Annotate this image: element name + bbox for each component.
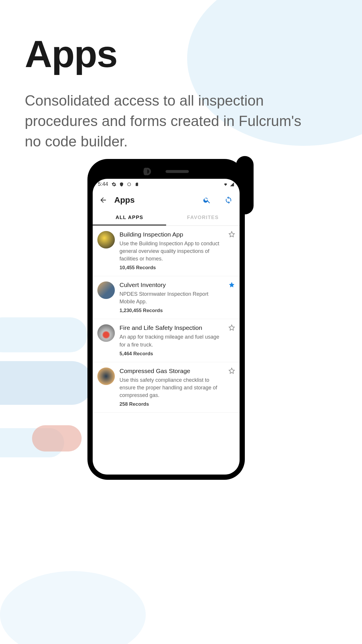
app-name: Fire and Life Safety Inspection <box>120 324 224 331</box>
app-description: Use this safety compliance checklist to … <box>120 376 224 399</box>
search-button[interactable] <box>202 195 212 205</box>
signal-icon <box>230 182 234 187</box>
phone-mockup: 5:44 <box>87 159 245 480</box>
star-filled-icon[interactable] <box>229 281 235 288</box>
app-description: Use the Building Inspection App to condu… <box>120 240 224 262</box>
app-avatar <box>97 231 115 249</box>
phone-sensor-icon <box>144 168 147 175</box>
app-description: An app for tracking mileage and fuel usa… <box>120 333 224 348</box>
star-outline-icon[interactable] <box>229 368 235 374</box>
wifi-icon <box>223 182 228 187</box>
app-header: Apps <box>93 190 240 210</box>
bg-decoration <box>32 425 82 452</box>
screen-title: Apps <box>114 195 195 205</box>
gear-icon <box>112 182 116 187</box>
status-time: 5:44 <box>98 181 108 187</box>
app-avatar <box>97 368 115 385</box>
app-records-count: 5,464 Records <box>120 351 224 357</box>
shield-icon <box>119 182 124 187</box>
app-name: Compressed Gas Storage <box>120 368 224 374</box>
bg-decoration <box>0 317 87 352</box>
app-records-count: 10,455 Records <box>120 265 224 271</box>
tab-all-apps[interactable]: ALL APPS <box>93 210 166 225</box>
tab-favorites[interactable]: FAVORITES <box>166 210 240 225</box>
list-item[interactable]: Building Inspection App Use the Building… <box>93 226 240 276</box>
sdcard-icon <box>134 182 139 187</box>
page-subtitle: Consolidated access to all inspection pr… <box>25 90 316 152</box>
svg-point-0 <box>128 183 131 186</box>
list-item[interactable]: Fire and Life Safety Inspection An app f… <box>93 319 240 362</box>
hero-section: Apps Consolidated access to all inspecti… <box>0 0 362 152</box>
phone-speaker-icon <box>166 170 189 173</box>
tabs: ALL APPS FAVORITES <box>93 210 240 226</box>
app-list[interactable]: Building Inspection App Use the Building… <box>93 226 240 475</box>
app-records-count: 258 Records <box>120 401 224 407</box>
status-bar: 5:44 <box>93 179 240 190</box>
back-button[interactable] <box>99 196 107 204</box>
circle-icon <box>127 182 131 187</box>
list-item[interactable]: Culvert Inventory NPDES Stormwater Inspe… <box>93 276 240 319</box>
app-avatar <box>97 281 115 299</box>
app-name: Building Inspection App <box>120 231 224 238</box>
app-avatar <box>97 324 115 342</box>
bg-decoration <box>0 361 93 405</box>
sync-button[interactable] <box>224 195 233 205</box>
app-records-count: 1,230,455 Records <box>120 308 224 314</box>
star-outline-icon[interactable] <box>229 231 235 237</box>
bg-decoration <box>0 571 146 644</box>
app-description: NPDES Stormwater Inspection Report Mobil… <box>120 290 224 305</box>
star-outline-icon[interactable] <box>229 324 235 331</box>
list-item[interactable]: Compressed Gas Storage Use this safety c… <box>93 362 240 413</box>
app-name: Culvert Inventory <box>120 281 224 288</box>
page-title: Apps <box>25 32 337 76</box>
